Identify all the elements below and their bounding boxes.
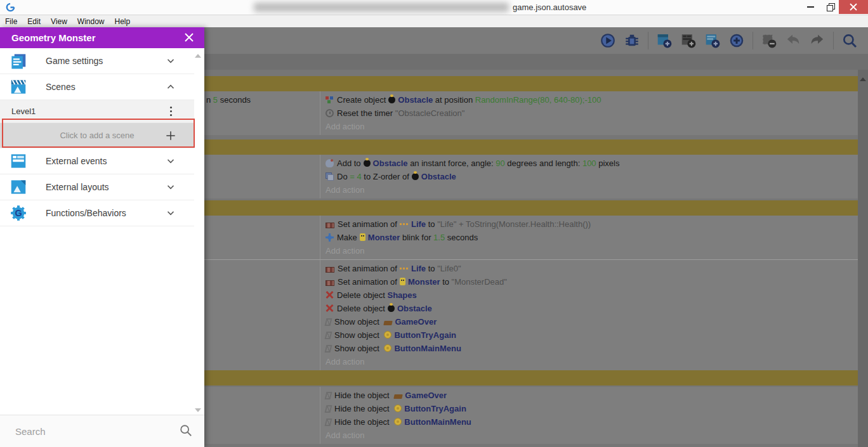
- chevron-down-icon[interactable]: [164, 54, 178, 68]
- undo-button[interactable]: [784, 32, 802, 49]
- action-line[interactable]: Set animation ofMonster to "MonsterDead": [326, 275, 858, 288]
- actions-cell: Set animation ofLife to "Life0"Set anima…: [320, 260, 858, 370]
- menu-item-edit[interactable]: Edit: [22, 17, 46, 26]
- undo-icon: [785, 32, 801, 49]
- action-text: Shapes: [388, 290, 417, 300]
- conditions-cell[interactable]: [204, 387, 320, 444]
- action-text: Life: [411, 264, 426, 273]
- event-group-header[interactable]: [204, 370, 858, 385]
- hide-icon: [325, 418, 332, 426]
- add-scene-button[interactable]: [655, 32, 673, 49]
- action-line[interactable]: Add toObstacle an instant force, angle: …: [326, 157, 858, 170]
- conditions-cell[interactable]: [204, 260, 320, 370]
- add-function-button[interactable]: [728, 32, 746, 49]
- title-bar: game.json.autosave: [0, 0, 868, 15]
- button-object-icon: [384, 331, 391, 339]
- add-action-button[interactable]: Add action: [326, 355, 858, 368]
- show-icon: [325, 318, 332, 326]
- drawer-scroll-down-icon[interactable]: [195, 408, 201, 412]
- drawer-item-scenes[interactable]: Scenes: [0, 74, 194, 100]
- project-title: Geometry Monster: [11, 32, 96, 43]
- chevron-down-icon[interactable]: [164, 180, 178, 194]
- play-button[interactable]: [599, 32, 617, 49]
- animation-icon: [326, 223, 334, 228]
- action-line[interactable]: Set animation ofLife to "Life" + ToStrin…: [326, 217, 858, 231]
- plus-icon[interactable]: [164, 129, 178, 143]
- remove-scene-button[interactable]: [760, 32, 778, 49]
- restore-button[interactable]: [821, 0, 840, 14]
- delete-icon: [326, 291, 334, 299]
- chevron-down-icon[interactable]: [164, 154, 178, 168]
- action-line[interactable]: Delete object Shapes: [326, 288, 858, 302]
- drawer-scroll-up-icon[interactable]: [195, 54, 201, 58]
- redo-button[interactable]: [808, 32, 826, 49]
- minimize-button[interactable]: [801, 0, 820, 14]
- event-group-header[interactable]: [204, 200, 858, 216]
- action-line[interactable]: Hide the object ButtonMainMenu: [326, 415, 858, 429]
- play-icon: [600, 32, 616, 49]
- events-scrollbar[interactable]: [858, 70, 868, 447]
- conditions-cell[interactable]: [204, 216, 320, 259]
- menu-item-window[interactable]: Window: [72, 17, 110, 26]
- button-object-icon: [394, 405, 402, 412]
- action-text: Obstacle: [398, 95, 433, 105]
- drawer-item-level1[interactable]: Level1: [0, 100, 194, 123]
- debug-button[interactable]: [623, 32, 641, 49]
- action-line[interactable]: Show object ButtonTryAgain: [326, 328, 858, 342]
- add-external-events-button[interactable]: [680, 32, 697, 49]
- action-line[interactable]: Create objectObstacle at position Random…: [326, 93, 858, 107]
- menu-item-view[interactable]: View: [46, 17, 72, 26]
- add-external-layout-button[interactable]: [704, 32, 721, 49]
- action-text: "Life" + ToString(Monster.Health::Health…: [437, 219, 591, 229]
- event-row: Add toObstacle an instant force, angle: …: [204, 155, 858, 198]
- event-group-header[interactable]: [204, 139, 858, 155]
- action-text: blink for: [400, 233, 433, 242]
- menu-item-file[interactable]: File: [0, 17, 22, 26]
- add-action-button[interactable]: Add action: [326, 429, 858, 442]
- search-input[interactable]: [14, 425, 169, 437]
- drawer-item-external-layouts[interactable]: External layouts: [0, 174, 194, 200]
- drawer-search-bar: [0, 415, 204, 447]
- drawer-item-external-events[interactable]: External events: [0, 148, 194, 174]
- bomb-object-icon: [412, 173, 419, 180]
- drawer-close-icon[interactable]: [183, 31, 195, 44]
- action-text: "ObstacleCreation": [395, 108, 465, 118]
- action-text: Delete object: [337, 290, 388, 300]
- menu-item-help[interactable]: Help: [110, 17, 136, 26]
- conditions-cell[interactable]: n 5 seconds: [204, 91, 320, 135]
- search-button[interactable]: [841, 32, 858, 49]
- drawer-item-label: External events: [46, 156, 107, 166]
- action-line[interactable]: Set animation ofLife to "Life0": [326, 262, 858, 275]
- event-group-header[interactable]: [204, 76, 858, 91]
- action-line[interactable]: Show object ButtonMainMenu: [326, 342, 858, 355]
- actions-cell: Hide the object GameOverHide the object …: [320, 387, 858, 444]
- action-text: pixels: [596, 159, 620, 168]
- bomb-object-icon: [364, 160, 371, 167]
- conditions-cell[interactable]: [204, 155, 320, 198]
- add-action-button[interactable]: Add action: [326, 120, 858, 133]
- action-line[interactable]: Do = 4 to Z-order ofObstacle: [326, 170, 858, 183]
- action-line[interactable]: Show object GameOver: [326, 315, 858, 328]
- drawer-item-functions-behaviors[interactable]: GFunctions/Behaviors: [0, 200, 194, 226]
- chevron-down-icon[interactable]: [164, 206, 178, 220]
- action-text: Hide the object: [334, 417, 391, 427]
- add-action-button[interactable]: Add action: [326, 244, 858, 257]
- action-line[interactable]: Hide the object GameOver: [326, 389, 858, 402]
- action-line[interactable]: Hide the object ButtonTryAgain: [326, 402, 858, 415]
- game-settings-icon: [9, 51, 28, 70]
- scroll-up-icon[interactable]: [860, 77, 866, 81]
- action-text: seconds: [445, 233, 478, 242]
- action-text: Monster: [368, 233, 400, 242]
- close-button[interactable]: [839, 0, 868, 14]
- action-line[interactable]: Reset the timer "ObstacleCreation": [326, 107, 858, 120]
- kebab-menu-icon[interactable]: [164, 105, 178, 119]
- add-action-button[interactable]: Add action: [326, 183, 858, 197]
- action-text: GameOver: [395, 317, 437, 327]
- chevron-up-icon[interactable]: [164, 80, 178, 94]
- action-line[interactable]: Delete objectObstacle: [326, 302, 858, 315]
- drawer-item-click-to-add-a-scene[interactable]: Click to add a scene: [0, 123, 194, 148]
- button-object-icon: [384, 344, 391, 352]
- drawer-item-game-settings[interactable]: Game settings: [0, 48, 194, 74]
- action-line[interactable]: MakeMonster blink for 1.5 seconds: [326, 231, 858, 244]
- action-text: = 4: [350, 172, 361, 181]
